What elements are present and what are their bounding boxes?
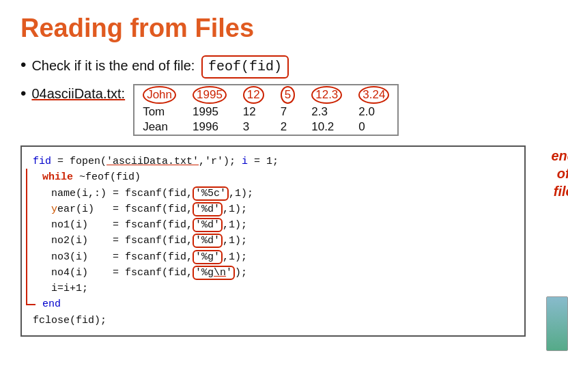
code-line-2: while ~feof(fid) (42, 169, 513, 185)
kw-while: while (42, 171, 73, 183)
table-cell: Tom (134, 104, 184, 120)
code-line-5: no1(i) = fscanf(fid,'%d',1); (33, 217, 513, 233)
page: Reading from Files • Check if it is the … (0, 0, 568, 392)
code-line-4: year(i) = fscanf(fid,'%d',1); (33, 201, 513, 217)
table-cell: 1995 (184, 85, 235, 104)
circled-1995a: 1995 (193, 86, 227, 104)
code-line-10: end (42, 296, 513, 312)
table-cell: 5 (272, 85, 303, 104)
table-cell: 10.2 (303, 120, 350, 135)
kw-i: i (242, 156, 248, 167)
code-line-3: name(i,:) = fscanf(fid,'%5c',1); (33, 186, 513, 201)
table-cell: 12.3 (303, 85, 350, 104)
bullet-1: • Check if it is the end of file: feof(f… (20, 55, 548, 79)
str-gn: '%g\n' (193, 266, 235, 280)
code-line-7: no3(i) = fscanf(fid,'%g',1); (33, 249, 513, 265)
code-line-9: i=i+1; (33, 281, 513, 296)
str-d1: '%d' (193, 202, 223, 216)
table-cell: 3 (235, 120, 272, 135)
table-cell: 2 (272, 120, 303, 135)
str-g1: '%g' (193, 250, 223, 264)
code-line-8: no4(i) = fscanf(fid,'%g\n'); (33, 265, 513, 281)
table-cell: 1995 (184, 104, 235, 120)
page-title: Reading from Files (20, 14, 548, 43)
bullet1-text: Check if it is the end of file: (31, 58, 195, 73)
circled-123: 12.3 (311, 86, 342, 104)
str-d3: '%d' (193, 234, 223, 248)
feof-code: feof(fid) (201, 55, 289, 79)
bullet-2: • 04asciiData.txt: John 1995 12 5 12.3 3… (20, 84, 548, 136)
str-filename: 'asciiData.txt' (106, 156, 199, 167)
end-of-file-annotation: endoffile (551, 147, 568, 200)
bullet2-text: 04asciiData.txt: (31, 84, 125, 103)
circled-12a: 12 (243, 86, 264, 104)
kw-end: end (42, 298, 61, 310)
data-table-wrapper: John 1995 12 5 12.3 3.24 Tom 1995 12 7 2… (133, 84, 399, 136)
fopen-call: fopen('asciiData.txt','r'); i = 1; (70, 156, 279, 167)
code-block: fid = fopen('asciiData.txt','r'); i = 1;… (20, 145, 526, 337)
table-row: Tom 1995 12 7 2.3 2.0 (134, 104, 397, 120)
table-cell: 7 (272, 104, 303, 120)
table-cell: 2.3 (303, 104, 350, 120)
kw-year: y (51, 204, 57, 215)
circled-john: John (143, 86, 176, 104)
code-line-6: no2(i) = fscanf(fid,'%d',1); (33, 233, 513, 249)
str-d2: '%d' (193, 218, 223, 232)
data-table: John 1995 12 5 12.3 3.24 Tom 1995 12 7 2… (134, 85, 397, 135)
bullet-dot-2: • (20, 84, 26, 104)
table-row: Jean 1996 3 2 10.2 0 (134, 120, 397, 135)
bullet-dot-1: • (20, 55, 26, 75)
table-cell: 0 (350, 120, 397, 135)
thumbnail-image (546, 296, 568, 351)
code-line-11: fclose(fid); (33, 313, 513, 328)
code-line-1: fid = fopen('asciiData.txt','r'); i = 1; (33, 154, 513, 169)
table-cell: 12 (235, 104, 272, 120)
table-cell: Jean (134, 120, 184, 135)
table-row: John 1995 12 5 12.3 3.24 (134, 85, 397, 104)
table-cell: 2.0 (350, 104, 397, 120)
kw-fid: fid (33, 156, 51, 167)
table-cell: 1996 (184, 120, 235, 135)
bullet-text-1: Check if it is the end of file: feof(fid… (31, 55, 289, 79)
table-cell: 3.24 (350, 85, 397, 104)
table-cell: 12 (235, 85, 272, 104)
circled-5: 5 (281, 86, 295, 104)
table-cell: John (134, 85, 184, 104)
circled-324: 3.24 (358, 86, 389, 104)
str-5c: '%5c' (193, 186, 229, 201)
